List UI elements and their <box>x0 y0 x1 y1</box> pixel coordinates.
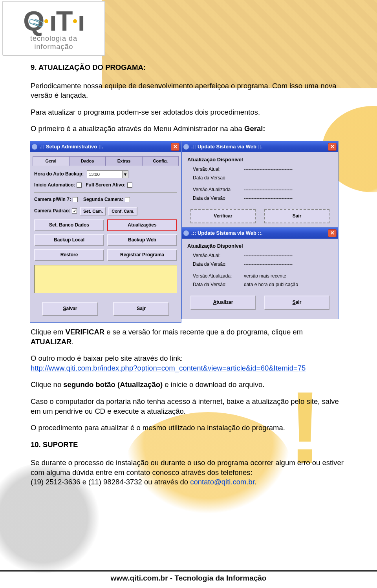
update1-title: .:: Update Sistema via Web ::. <box>191 143 263 150</box>
u1-vat-label: Versão Atualizada <box>193 187 244 193</box>
close-icon[interactable]: ✕ <box>328 143 337 151</box>
paragraph: Clique no segundo botão (Atualização) e … <box>31 380 350 390</box>
update1-section: Atualização Disponível <box>182 152 338 165</box>
fullscreen-label: Full Screen Ativo: <box>86 182 126 188</box>
segcam-label: Segunda Camera: <box>83 197 123 203</box>
paragraph: O procedimento para atualizar é o mesmo … <box>31 423 350 433</box>
u2-dv1-value: ------------------------------- <box>244 261 293 268</box>
sair-button-u2[interactable]: Sair <box>264 296 329 310</box>
paragraph: O outro modo é baixar pelo site através … <box>31 354 350 373</box>
padrao-label: Camera Padrão: <box>34 208 70 214</box>
page-footer: www.qiti.com.br - Tecnologia da Informaç… <box>0 570 377 583</box>
paragraph: Clique em VERIFICAR e se a versão for ma… <box>31 327 350 347</box>
u2-dv2-label: Data da Versão: <box>193 282 244 288</box>
email-link[interactable]: contato@qiti.com.br <box>190 478 254 486</box>
paragraph: Se durante o processo de instalação ou d… <box>31 458 350 487</box>
salvar-button[interactable]: Salvar <box>42 302 98 316</box>
inicio-label: Inicio Automatico: <box>34 182 75 188</box>
app-icon <box>183 144 189 150</box>
segcam-checkbox[interactable] <box>125 197 130 202</box>
setup-title: .:: Setup Administrativo ::. <box>40 143 103 150</box>
paragraph: O primeiro é a atualização através do Me… <box>31 124 350 134</box>
sair-button-u1[interactable]: Sair <box>264 209 329 223</box>
setup-tabs: Geral Dados Extras Config. <box>30 152 181 166</box>
inicio-checkbox[interactable] <box>77 183 82 188</box>
u1-dv1-label: Data da Versão <box>193 175 244 181</box>
heading-9: 9. ATUALIZAÇÃO DO PROGAMA: <box>31 63 350 73</box>
app-icon <box>32 144 37 150</box>
u2-vat-label: Versão Atualizada: <box>193 273 244 279</box>
confcam-button[interactable]: Conf. Cam. <box>108 207 137 216</box>
u1-vat-value: ------------------------------- <box>244 187 293 193</box>
fullscreen-checkbox[interactable] <box>127 183 132 188</box>
u2-va-value: ------------------------------- <box>244 253 293 259</box>
download-link[interactable]: http://www.qiti.com.br/index.php?option=… <box>31 364 306 372</box>
app-icon <box>183 230 189 236</box>
logo: Q📎ıTı tecnologia da informação <box>2 1 105 56</box>
u2-vat-value: versão mais recente <box>244 273 286 279</box>
sair-button[interactable]: Sair <box>113 302 169 316</box>
u2-dv1-label: Data da Versão: <box>193 261 244 268</box>
paragraph: Caso o computador da portaria não tenha … <box>31 397 350 416</box>
dropdown-icon[interactable]: ▾ <box>122 170 128 178</box>
u2-va-label: Versão Atual: <box>193 253 244 259</box>
footer-text: www.qiti.com.br - Tecnologia da Informaç… <box>111 574 267 582</box>
setup-titlebar: .:: Setup Administrativo ::. ✕ <box>30 141 181 152</box>
backup-local-button[interactable]: Backup Local <box>34 234 104 246</box>
cam7-label: Camera p/Win 7: <box>34 197 71 203</box>
setcam-button[interactable]: Set. Cam. <box>80 207 106 216</box>
log-box <box>34 265 177 293</box>
banco-button[interactable]: Set. Banco Dados <box>34 219 104 231</box>
backup-web-button[interactable]: Backup Web <box>107 234 177 246</box>
update2-section: Atualização Disponível <box>182 239 338 252</box>
atualizar-button[interactable]: Atualizar <box>190 296 256 310</box>
restore-button[interactable]: Restore <box>34 249 104 261</box>
paragraph: Periodicamente nossa equipe de desenvolv… <box>31 81 350 100</box>
screenshot-setup-window: .:: Setup Administrativo ::. ✕ Geral Dad… <box>30 141 181 323</box>
close-icon[interactable]: ✕ <box>328 229 337 237</box>
cam7-checkbox[interactable] <box>73 197 78 202</box>
padrao-checkbox[interactable] <box>72 208 77 214</box>
paragraph: Para atualizar o programa podem-se ser a… <box>31 108 350 117</box>
screenshot-update-2: .:: Update Sistema via Web ::. ✕ Atualiz… <box>181 227 339 319</box>
hora-label: Hora do Auto Backup: <box>34 171 84 177</box>
close-icon[interactable]: ✕ <box>171 143 179 151</box>
update2-title: .:: Update Sistema via Web ::. <box>191 230 263 236</box>
u1-va-label: Versão Atual: <box>193 166 244 173</box>
hora-input[interactable] <box>87 170 122 178</box>
u2-dv2-value: data e hora da publicação <box>244 282 298 288</box>
tab-geral[interactable]: Geral <box>33 156 69 166</box>
tab-config[interactable]: Config. <box>142 156 179 166</box>
u1-dv2-value: ------------------------------- <box>244 195 293 202</box>
header: Q📎ıTı tecnologia da informação <box>0 0 377 56</box>
tab-extras[interactable]: Extras <box>106 156 142 166</box>
registrar-button[interactable]: Registrar Programa <box>107 249 177 261</box>
u1-va-value: ------------------------------- <box>244 166 293 173</box>
tab-dados[interactable]: Dados <box>69 156 106 166</box>
verificar-button[interactable]: Verificar <box>190 209 256 223</box>
screenshot-update-1: .:: Update Sistema via Web ::. ✕ Atualiz… <box>181 141 339 227</box>
logo-subtitle-2: informação <box>34 43 73 51</box>
u1-dv2-label: Data da Versão <box>193 195 244 202</box>
atualizacoes-button[interactable]: Atualizações <box>107 219 177 231</box>
heading-10: 10. SUPORTE <box>31 440 350 450</box>
